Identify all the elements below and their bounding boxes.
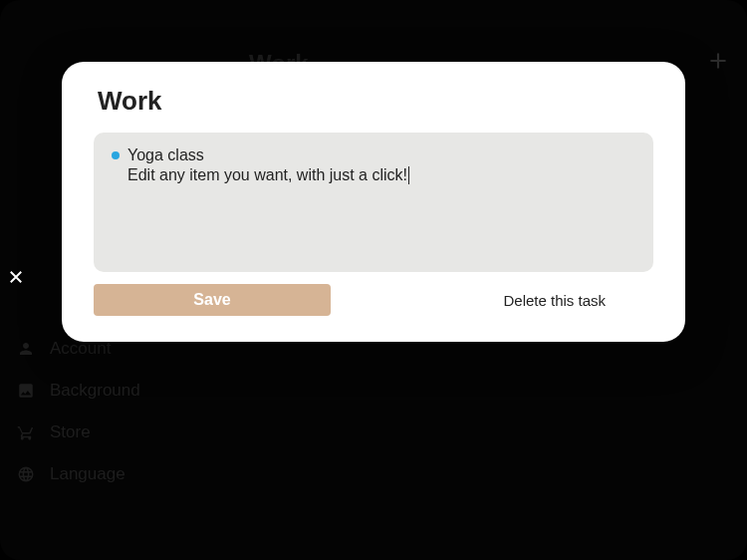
sidebar-item-account: Account — [16, 339, 140, 359]
person-icon — [16, 339, 36, 359]
text-cursor-icon — [408, 166, 409, 184]
task-edit-area[interactable]: Yoga class Edit any item you want, with … — [94, 133, 653, 272]
delete-task-button[interactable]: Delete this task — [491, 286, 618, 315]
close-icon[interactable] — [4, 265, 28, 289]
bullet-icon — [112, 151, 120, 159]
task-text[interactable]: Yoga class — [127, 146, 204, 164]
cart-icon — [16, 422, 36, 442]
modal-actions: Save Delete this task — [94, 284, 653, 316]
hint-text: Edit any item you want, with just a clic… — [127, 166, 407, 184]
save-button[interactable]: Save — [94, 284, 331, 316]
sidebar-item-language: Language — [16, 464, 140, 484]
image-icon — [16, 381, 36, 401]
sidebar-item-label: Store — [50, 422, 91, 442]
globe-icon — [16, 464, 36, 484]
sidebar-dimmed: Account Background Store Language — [16, 339, 140, 484]
sidebar-item-label: Account — [50, 339, 111, 359]
add-icon — [703, 46, 733, 76]
modal-title: Work — [98, 86, 653, 117]
sidebar-item-background: Background — [16, 381, 140, 401]
edit-task-modal: Work Yoga class Edit any item you want, … — [62, 62, 685, 342]
task-row: Yoga class — [112, 146, 635, 164]
sidebar-item-label: Language — [50, 464, 125, 484]
sidebar-item-label: Background — [50, 381, 140, 401]
hint-text-line[interactable]: Edit any item you want, with just a clic… — [127, 166, 635, 184]
sidebar-item-store: Store — [16, 422, 140, 442]
